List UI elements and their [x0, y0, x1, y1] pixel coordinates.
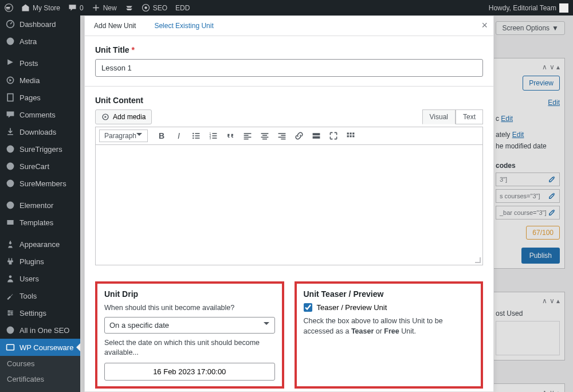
sidebar-item-downloads[interactable]: Downloads [0, 123, 80, 140]
sidebar-item-suremembers[interactable]: SureMembers [0, 175, 80, 192]
shortcode-1[interactable]: 3"] [496, 173, 560, 186]
sidebar-label: SureMembers [19, 179, 66, 188]
quote-button[interactable] [225, 130, 236, 142]
add-media-button[interactable]: Add media [95, 109, 152, 124]
seo-link[interactable]: SEO [142, 3, 167, 12]
sidebar-item-settings[interactable]: Settings [0, 304, 80, 322]
sidebar-item-suretriggers[interactable]: SureTriggers [0, 140, 80, 158]
wp-logo[interactable] [5, 3, 13, 12]
svg-rect-17 [7, 344, 14, 350]
shortcode-3[interactable]: _bar course="3"] [496, 206, 560, 219]
admin-bar: My Store 0 New SEO EDD Howdy, Editorial … [0, 0, 573, 15]
svg-rect-42 [281, 139, 285, 140]
svg-rect-39 [278, 133, 286, 134]
close-icon[interactable]: × [481, 19, 488, 32]
svg-rect-45 [347, 132, 349, 134]
new-link[interactable]: New [92, 3, 117, 12]
unit-title-input[interactable] [95, 59, 483, 77]
preview-button[interactable]: Preview [523, 76, 560, 91]
teaser-checkbox[interactable] [304, 303, 312, 312]
italic-button[interactable]: I [173, 130, 185, 142]
link-button[interactable] [293, 130, 305, 142]
edit-link[interactable]: Edit [548, 99, 560, 107]
teaser-checkbox-label: Teaser / Preview Unit [317, 303, 387, 312]
publish-text: ately [496, 131, 510, 139]
shortcode-2[interactable]: s courses="3"] [496, 189, 560, 203]
align-left-button[interactable] [242, 130, 253, 142]
tab-add-unit[interactable]: Add New Unit [85, 16, 145, 36]
sidebar-sub-certificates[interactable]: Certificates [0, 371, 80, 387]
editor-tab-text[interactable]: Text [456, 109, 483, 124]
sidebar-item-pages[interactable]: Pages [0, 89, 80, 106]
screen-options-label: Screen Options [502, 24, 550, 32]
sidebar-label: Posts [19, 59, 38, 68]
svg-point-13 [8, 310, 10, 312]
tab-select-existing[interactable]: Select Existing Unit [145, 16, 222, 36]
paragraph-select[interactable]: Paragraph [99, 130, 148, 142]
site-link[interactable]: My Store [21, 3, 60, 12]
metabox-arrows[interactable]: ∧ ∨ ▴ [496, 389, 560, 392]
svg-rect-33 [244, 137, 252, 138]
metabox-arrows[interactable]: ∧ ∨ ▴ [496, 63, 560, 71]
sidebar-sub-achievements[interactable]: Achievements [0, 387, 80, 392]
sidebar-item-users[interactable]: Users [0, 270, 80, 287]
publish-button[interactable]: Publish [521, 248, 560, 264]
sidebar-item-astra[interactable]: Astra [0, 33, 80, 50]
howdy-text: Howdy, Editorial Team [489, 4, 556, 12]
teaser-checkbox-row[interactable]: Teaser / Preview Unit [304, 303, 474, 312]
comment-count: 0 [80, 4, 84, 12]
sidebar-item-media[interactable]: Media [0, 72, 80, 89]
site-name: My Store [33, 4, 60, 12]
sidebar-item-aioseo[interactable]: All in One SEO [0, 322, 80, 339]
editor-tab-visual[interactable]: Visual [422, 109, 456, 124]
sidebar-label: Pages [19, 93, 41, 102]
svg-rect-43 [313, 133, 320, 135]
unit-modal: Add New Unit Select Existing Unit × Unit… [84, 15, 494, 392]
readmore-button[interactable] [311, 130, 322, 142]
svg-point-14 [11, 312, 13, 313]
sidebar-label: Templates [19, 218, 53, 227]
tab-label: Visual [430, 113, 448, 121]
sidebar-item-appearance[interactable]: Appearance [0, 236, 80, 253]
svg-point-8 [7, 163, 14, 170]
svg-point-10 [7, 202, 14, 209]
bold-button[interactable]: B [156, 130, 167, 142]
drip-date-input[interactable]: 16 Feb 2023 17:00:00 [104, 363, 275, 381]
sidebar-item-elementor[interactable]: Elementor [0, 197, 80, 214]
resize-handle-icon[interactable] [474, 257, 481, 264]
ul-button[interactable] [190, 130, 202, 142]
modified-text: he modified date [496, 142, 560, 150]
fullscreen-button[interactable] [328, 130, 339, 142]
sidebar-item-posts[interactable]: Posts [0, 54, 80, 72]
sidebar-item-plugins[interactable]: Plugins [0, 253, 80, 270]
svg-rect-37 [261, 137, 269, 138]
sidebar-label: SureTriggers [19, 145, 62, 154]
sidebar-item-dashboard[interactable]: Dashboard [0, 15, 80, 33]
edit-link[interactable]: Edit [501, 115, 513, 123]
ol-button[interactable]: 123 [207, 130, 219, 142]
sidebar-label: Media [19, 76, 40, 85]
most-used-tab[interactable]: ost Used [496, 309, 560, 317]
unit-content-label: Unit Content [95, 96, 483, 105]
sidebar-item-tools[interactable]: Tools [0, 287, 80, 304]
align-right-button[interactable] [276, 130, 288, 142]
unit-teaser-box: Unit Teaser / Preview Teaser / Preview U… [295, 281, 484, 389]
sidebar-sub-courses[interactable]: Courses [0, 356, 80, 371]
drip-select[interactable]: On a specific date [104, 317, 275, 334]
align-center-button[interactable] [259, 130, 270, 142]
toolbar-toggle-button[interactable] [345, 130, 356, 142]
sidebar-item-comments[interactable]: Comments [0, 106, 80, 123]
sidebar-item-wpcourseware[interactable]: WP Courseware [0, 339, 80, 356]
sidebar-label: Appearance [19, 240, 60, 249]
spectra-icon[interactable] [125, 3, 134, 12]
sidebar-item-templates[interactable]: Templates [0, 214, 80, 231]
svg-rect-11 [7, 220, 13, 225]
comments-link[interactable]: 0 [68, 3, 84, 12]
sidebar-item-surecart[interactable]: SureCart [0, 158, 80, 175]
metabox-arrows[interactable]: ∧ ∨ ▴ [496, 297, 560, 305]
howdy-link[interactable]: Howdy, Editorial Team [489, 3, 568, 13]
editor-textarea[interactable] [95, 145, 483, 265]
edit-link[interactable]: Edit [512, 131, 524, 139]
edd-link[interactable]: EDD [175, 4, 190, 12]
screen-options-button[interactable]: Screen Options ▼ [496, 21, 565, 35]
